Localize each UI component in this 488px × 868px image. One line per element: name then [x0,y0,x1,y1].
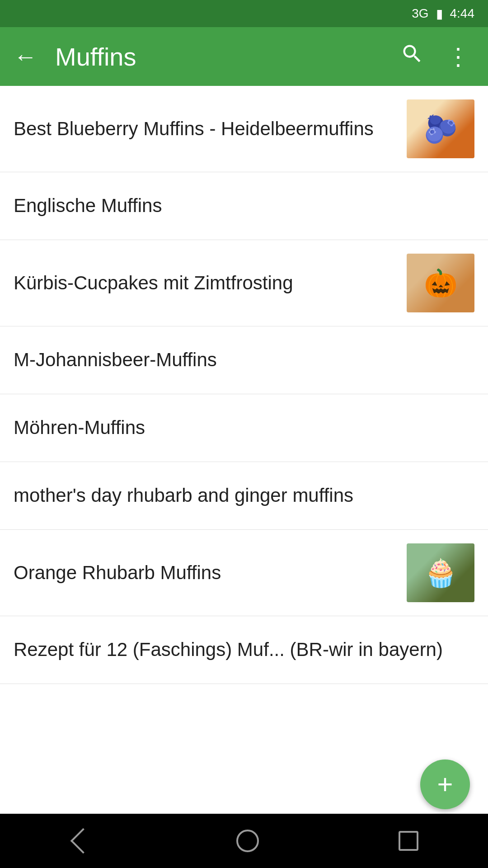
nav-home-button[interactable] [227,821,268,861]
list-item[interactable]: Rezept für 12 (Faschings) Muf... (BR-wir… [0,616,488,684]
nav-back-button[interactable] [61,818,106,863]
recipe-title: Orange Rhubarb Muffins [14,561,407,585]
recipe-title: Kürbis-Cucpakes mit Zimtfrosting [14,271,407,296]
list-item[interactable]: M-Johannisbeer-Muffins [0,326,488,394]
list-item[interactable]: Orange Rhubarb Muffins [0,530,488,616]
more-options-button[interactable]: ⋮ [442,38,474,75]
list-item[interactable]: Möhren-Muffins [0,394,488,462]
recipe-title: mother's day rhubarb and ginger muffins [14,483,474,508]
navigation-bar [0,814,488,868]
list-item[interactable]: mother's day rhubarb and ginger muffins [0,462,488,530]
recipe-title: Best Blueberry Muffins - Heidelbeermuffi… [14,117,407,142]
status-bar: 3G ▮ 4:44 [0,0,488,27]
clock: 4:44 [450,6,475,21]
nav-recents-button[interactable] [389,822,427,860]
recipe-list: Best Blueberry Muffins - Heidelbeermuffi… [0,86,488,814]
network-indicator: 3G [412,6,428,21]
list-item[interactable]: Best Blueberry Muffins - Heidelbeermuffi… [0,86,488,172]
list-item[interactable]: Englische Muffins [0,172,488,240]
search-button[interactable] [396,38,428,75]
status-icons: 3G ▮ 4:44 [412,6,474,21]
back-button[interactable]: ← [14,43,37,70]
battery-indicator: ▮ [436,6,443,21]
add-icon: + [437,771,453,798]
recipe-title: Rezept für 12 (Faschings) Muf... (BR-wir… [14,637,474,662]
add-recipe-button[interactable]: + [420,760,470,809]
recipe-thumbnail [407,99,474,158]
recipe-title: Möhren-Muffins [14,415,474,440]
app-bar: ← Muffins ⋮ [0,27,488,86]
recipe-title: Englische Muffins [14,193,474,218]
list-item[interactable]: Kürbis-Cucpakes mit Zimtfrosting [0,240,488,326]
recipe-thumbnail [407,254,474,312]
recipe-title: M-Johannisbeer-Muffins [14,348,474,373]
page-title: Muffins [55,42,382,71]
recipe-thumbnail [407,543,474,602]
